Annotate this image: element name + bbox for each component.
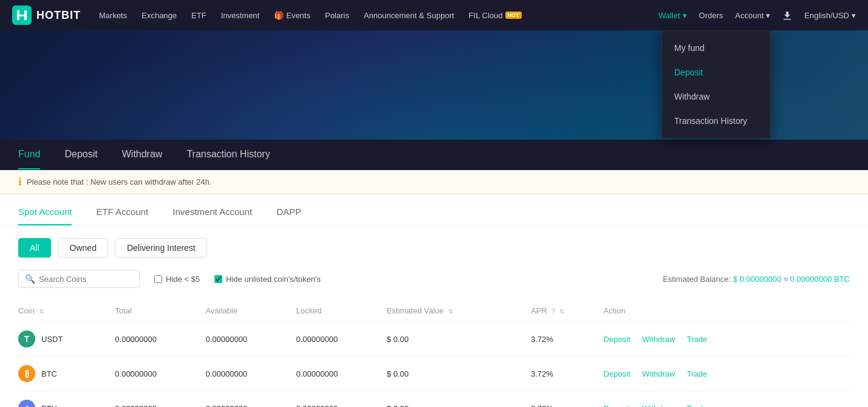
hot-badge: HOT <box>505 12 522 19</box>
eth-name: ETH <box>41 404 57 408</box>
sub-nav: Fund Deposit Withdraw Transaction Histor… <box>0 140 868 170</box>
dropdown-tx-history[interactable]: Transaction History <box>662 109 770 133</box>
logo[interactable]: HOTBIT <box>12 5 81 25</box>
btc-trade[interactable]: Trade <box>687 369 707 378</box>
usdt-trade[interactable]: Trade <box>687 335 707 344</box>
nav-support[interactable]: Announcement & Support <box>364 11 454 20</box>
usdt-deposit[interactable]: Deposit <box>604 335 630 344</box>
notice-bar: ℹ Please note that : New users can withd… <box>0 170 868 194</box>
eth-actions: Deposit Withdraw Trade <box>604 391 850 408</box>
eth-available: 0.00000000 <box>205 391 296 408</box>
nav-download[interactable] <box>782 10 792 20</box>
value-sort-icon[interactable]: ⇅ <box>448 308 453 315</box>
btc-withdraw[interactable]: Withdraw <box>642 369 675 378</box>
dropdown-my-fund[interactable]: My fund <box>662 36 770 60</box>
coin-sort-icon[interactable]: ⇅ <box>39 308 44 315</box>
coin-cell-btc: ₿ BTC <box>18 357 115 391</box>
coin-cell-usdt: T USDT <box>18 322 115 357</box>
search-options-row: 🔍 Hide < $5 Hide unlisted coin's/token's… <box>18 270 850 288</box>
notice-text: Please note that : New users can withdra… <box>27 177 211 186</box>
search-icon: 🔍 <box>25 274 35 284</box>
balance-btc: 0.00000000 BTC <box>790 275 850 284</box>
search-box[interactable]: 🔍 <box>18 270 140 288</box>
usdt-value: $ 0.00 <box>387 322 531 357</box>
filter-owned[interactable]: Owned <box>58 238 108 258</box>
usdt-available: 0.00000000 <box>205 322 296 357</box>
balance-info: Estimated Balance: $ 0.00000000 ≈ 0.0000… <box>663 275 850 284</box>
table-row: ◆ ETH 0.00000000 0.00000000 0.00000000 $… <box>18 391 850 408</box>
col-value: Estimated Value ⇅ <box>387 300 531 322</box>
btc-icon: ₿ <box>18 365 35 382</box>
sub-nav-fund[interactable]: Fund <box>18 140 40 169</box>
coin-cell-eth: ◆ ETH <box>18 391 115 408</box>
btc-deposit[interactable]: Deposit <box>604 369 630 378</box>
eth-locked: 0.00000000 <box>296 391 387 408</box>
usdt-total: 0.00000000 <box>115 322 205 357</box>
hide-small-checkbox[interactable] <box>154 275 162 283</box>
usdt-actions: Deposit Withdraw Trade <box>604 322 850 357</box>
account-tabs: Spot Account ETF Account Investment Acco… <box>0 194 868 226</box>
sub-nav-tx-history[interactable]: Transaction History <box>186 140 270 169</box>
coin-table: Coin ⇅ Total Available Locked Estimated … <box>18 300 850 407</box>
gift-icon: 🎁 <box>274 11 284 20</box>
nav-polaris[interactable]: Polaris <box>325 11 349 20</box>
col-available: Available <box>205 300 296 322</box>
table-row: ₿ BTC 0.00000000 0.00000000 0.00000000 $… <box>18 357 850 391</box>
search-input[interactable] <box>39 275 133 284</box>
hide-unlisted-checkbox[interactable] <box>214 275 222 283</box>
usdt-withdraw[interactable]: Withdraw <box>642 335 675 344</box>
sub-nav-deposit[interactable]: Deposit <box>64 140 97 169</box>
nav-orders[interactable]: Orders <box>699 11 723 20</box>
tab-etf[interactable]: ETF Account <box>96 207 148 225</box>
eth-total: 0.00000000 <box>115 391 205 408</box>
col-locked: Locked <box>296 300 387 322</box>
btc-locked: 0.00000000 <box>296 357 387 391</box>
account-chevron-icon: ▾ <box>766 11 770 20</box>
hide-small-label[interactable]: Hide < $5 <box>154 275 200 284</box>
main-content: All Owned Delivering Interest 🔍 Hide < $… <box>0 226 868 407</box>
header-right: Wallet ▾ Orders Account ▾ English/USD ▾ <box>658 10 856 20</box>
nav-events[interactable]: 🎁 Events <box>274 11 310 20</box>
hide-unlisted-label[interactable]: Hide unlisted coin's/token's <box>214 275 321 284</box>
col-action: Action <box>604 300 850 322</box>
nav-language[interactable]: English/USD ▾ <box>804 11 856 20</box>
dropdown-withdraw[interactable]: Withdraw <box>662 84 770 109</box>
usdt-apr: 3.72% <box>531 322 604 357</box>
filter-row: All Owned Delivering Interest <box>18 238 850 258</box>
eth-deposit[interactable]: Deposit <box>604 404 630 408</box>
sub-nav-withdraw[interactable]: Withdraw <box>122 140 163 169</box>
eth-value: $ 0.00 <box>387 391 531 408</box>
nav-markets[interactable]: Markets <box>99 11 127 20</box>
tab-dapp[interactable]: DAPP <box>276 207 301 225</box>
eth-icon: ◆ <box>18 400 35 407</box>
apr-sort-icon[interactable]: ⇅ <box>559 308 564 315</box>
filter-all[interactable]: All <box>18 238 51 258</box>
btc-name: BTC <box>41 369 57 378</box>
tab-investment[interactable]: Investment Account <box>173 207 252 225</box>
col-apr: APR ? ⇅ <box>531 300 604 322</box>
col-total: Total <box>115 300 205 322</box>
btc-value: $ 0.00 <box>387 357 531 391</box>
apr-help-icon[interactable]: ? <box>551 307 555 315</box>
col-coin: Coin ⇅ <box>18 300 115 322</box>
btc-apr: 3.72% <box>531 357 604 391</box>
balance-usd: $ 0.00000000 <box>733 275 782 284</box>
eth-trade[interactable]: Trade <box>687 404 707 408</box>
nav-account[interactable]: Account ▾ <box>735 11 770 20</box>
nav-etf[interactable]: ETF <box>191 11 207 20</box>
dropdown-deposit[interactable]: Deposit <box>662 60 770 84</box>
nav-exchange[interactable]: Exchange <box>142 11 177 20</box>
logo-text: HOTBIT <box>36 9 81 22</box>
nav-filcloud[interactable]: FIL Cloud HOT <box>469 11 522 20</box>
usdt-icon: T <box>18 330 35 347</box>
table-row: T USDT 0.00000000 0.00000000 0.00000000 … <box>18 322 850 357</box>
eth-apr: 3.72% <box>531 391 604 408</box>
tab-spot[interactable]: Spot Account <box>18 207 72 225</box>
nav-investment[interactable]: Investment <box>221 11 260 20</box>
nav-wallet[interactable]: Wallet ▾ <box>658 11 687 20</box>
eth-withdraw[interactable]: Withdraw <box>642 404 675 408</box>
filter-delivering[interactable]: Delivering Interest <box>115 238 207 258</box>
wallet-chevron-icon: ▾ <box>683 11 687 20</box>
logo-icon <box>12 5 32 25</box>
usdt-locked: 0.00000000 <box>296 322 387 357</box>
